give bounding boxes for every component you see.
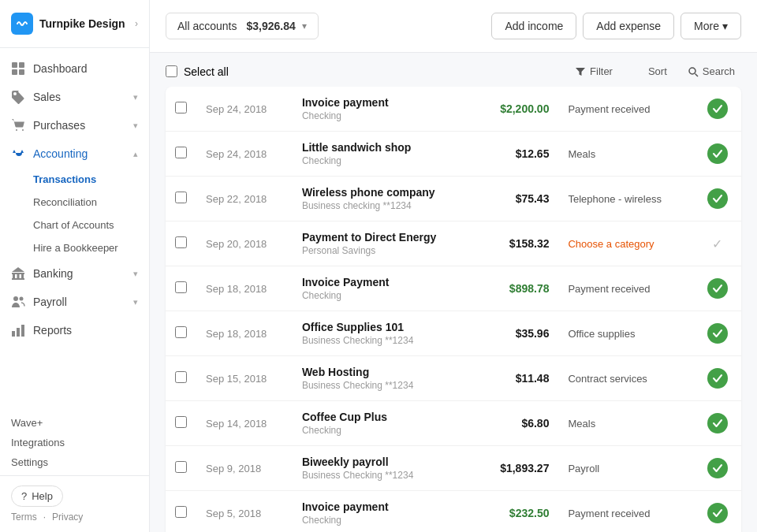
search-label: Search — [703, 65, 735, 77]
select-all-checkbox[interactable] — [166, 65, 177, 77]
filter-button[interactable]: Filter — [569, 62, 619, 80]
privacy-link[interactable]: Privacy — [52, 512, 83, 523]
table-row[interactable]: Sep 24, 2018 Invoice payment Checking $2… — [166, 87, 741, 132]
toolbar-actions: Filter Sort Search — [569, 62, 741, 80]
transaction-description[interactable]: Payment to Direct Energy Personal Saving… — [293, 221, 477, 266]
sidebar-item-purchases[interactable]: Purchases ▾ — [0, 111, 149, 140]
transaction-description[interactable]: Invoice payment Checking — [293, 491, 477, 533]
table-row[interactable]: Sep 14, 2018 Coffee Cup Plus Checking $6… — [166, 401, 741, 446]
transaction-description[interactable]: Invoice Payment Checking — [293, 266, 477, 311]
row-checkbox-cell — [166, 311, 196, 356]
table-row[interactable]: Sep 15, 2018 Web Hosting Business Checki… — [166, 356, 741, 401]
status-check-icon — [707, 458, 728, 478]
grid-icon — [11, 61, 25, 76]
row-checkbox[interactable] — [175, 371, 187, 383]
transaction-account: Checking — [302, 515, 468, 526]
status-check-icon — [707, 413, 728, 433]
transaction-description[interactable]: Web Hosting Business Checking **1234 — [293, 356, 477, 401]
sidebar-item-transactions[interactable]: Transactions — [33, 168, 149, 191]
transaction-amount: $12.65 — [477, 132, 559, 177]
footer-links: Terms · Privacy — [11, 512, 138, 523]
transaction-name: Web Hosting — [302, 366, 468, 378]
sidebar-item-hire-bookkeeper[interactable]: Hire a Bookkeeper — [33, 236, 149, 259]
sidebar-item-reconciliation[interactable]: Reconciliation — [33, 191, 149, 214]
transaction-description[interactable]: Office Supplies 101 Business Checking **… — [293, 311, 477, 356]
sidebar-item-reports[interactable]: Reports — [0, 316, 149, 344]
transaction-status — [694, 177, 741, 221]
transaction-amount: $898.78 — [477, 266, 559, 311]
table-row[interactable]: Sep 24, 2018 Little sandwich shop Checki… — [166, 132, 741, 177]
table-area: Select all Filter Sort Search — [150, 53, 757, 532]
transaction-amount: $232.50 — [477, 491, 559, 533]
transaction-name: Invoice payment — [302, 500, 468, 513]
transaction-amount: $75.43 — [477, 177, 559, 221]
add-expense-button[interactable]: Add expense — [583, 13, 674, 39]
transaction-account: Checking — [302, 110, 468, 121]
row-checkbox[interactable] — [175, 281, 187, 293]
transaction-name: Invoice Payment — [302, 276, 468, 288]
transaction-description[interactable]: Wireless phone company Business checking… — [293, 177, 477, 221]
row-checkbox-cell — [166, 221, 196, 266]
transaction-date: Sep 22, 2018 — [196, 177, 293, 221]
search-button[interactable]: Search — [681, 62, 741, 80]
transaction-category: Office supplies — [558, 311, 693, 356]
row-checkbox[interactable] — [175, 147, 187, 158]
sidebar-item-sales[interactable]: Sales ▾ — [0, 83, 149, 111]
add-income-button[interactable]: Add income — [491, 13, 576, 39]
more-button[interactable]: More ▾ — [681, 13, 741, 39]
row-checkbox[interactable] — [175, 326, 187, 338]
transaction-description[interactable]: Invoice payment Checking — [293, 87, 477, 132]
transaction-description[interactable]: Coffee Cup Plus Checking — [293, 401, 477, 446]
sidebar-item-integrations[interactable]: Integrations — [11, 433, 138, 452]
table-row[interactable]: Sep 20, 2018 Payment to Direct Energy Pe… — [166, 221, 741, 266]
transaction-status — [694, 132, 741, 177]
transaction-amount: $35.96 — [477, 311, 559, 356]
svg-rect-6 — [13, 274, 15, 278]
account-selector[interactable]: All accounts $3,926.84 ▾ — [166, 13, 319, 39]
svg-rect-3 — [19, 69, 24, 75]
row-checkbox[interactable] — [175, 102, 187, 113]
row-checkbox[interactable] — [175, 192, 187, 203]
svg-rect-15 — [21, 325, 24, 337]
transaction-date: Sep 18, 2018 — [196, 266, 293, 311]
sidebar-logo[interactable]: Turnpike Design › — [0, 0, 149, 48]
transaction-amount: $11.48 — [477, 356, 559, 401]
transaction-description[interactable]: Biweekly payroll Business Checking **123… — [293, 446, 477, 491]
sidebar: Turnpike Design › Dashboard Sales ▾ Purc… — [0, 0, 150, 532]
row-checkbox[interactable] — [175, 461, 187, 473]
transaction-status — [694, 311, 741, 356]
svg-rect-2 — [12, 69, 17, 75]
table-row[interactable]: Sep 5, 2018 Invoice payment Checking $23… — [166, 491, 741, 533]
row-checkbox-cell — [166, 401, 196, 446]
sidebar-item-settings[interactable]: Settings — [11, 452, 138, 472]
sidebar-item-wave-plus[interactable]: Wave+ — [11, 413, 138, 433]
table-row[interactable]: Sep 9, 2018 Biweekly payroll Business Ch… — [166, 446, 741, 491]
terms-link[interactable]: Terms — [11, 512, 37, 523]
status-check-icon — [707, 323, 728, 344]
sidebar-item-payroll[interactable]: Payroll ▾ — [0, 288, 149, 316]
table-row[interactable]: Sep 18, 2018 Invoice Payment Checking $8… — [166, 266, 741, 311]
purchases-chevron-icon: ▾ — [133, 121, 138, 131]
sidebar-item-banking[interactable]: Banking ▾ — [0, 259, 149, 288]
sidebar-item-chart-of-accounts[interactable]: Chart of Accounts — [33, 214, 149, 236]
row-checkbox-cell — [166, 266, 196, 311]
table-row[interactable]: Sep 22, 2018 Wireless phone company Busi… — [166, 177, 741, 221]
table-row[interactable]: Sep 18, 2018 Office Supplies 101 Busines… — [166, 311, 741, 356]
svg-point-11 — [13, 296, 18, 301]
help-button[interactable]: ? Help — [11, 485, 63, 507]
status-check-icon — [707, 99, 728, 119]
table-toolbar: Select all Filter Sort Search — [166, 53, 741, 87]
sort-button[interactable]: Sort — [627, 62, 673, 80]
account-selector-amount: $3,926.84 — [246, 20, 295, 32]
transaction-description[interactable]: Little sandwich shop Checking — [293, 132, 477, 177]
users-icon — [11, 295, 25, 309]
account-dropdown-icon: ▾ — [302, 20, 307, 32]
payroll-chevron-icon: ▾ — [133, 297, 138, 307]
sidebar-item-dashboard[interactable]: Dashboard — [0, 54, 149, 83]
row-checkbox[interactable] — [175, 506, 187, 518]
row-checkbox[interactable] — [175, 236, 187, 248]
row-checkbox-cell — [166, 491, 196, 533]
sidebar-item-accounting[interactable]: Accounting ▴ — [0, 140, 149, 168]
transaction-category[interactable]: Choose a category — [558, 221, 693, 266]
row-checkbox[interactable] — [175, 416, 187, 428]
